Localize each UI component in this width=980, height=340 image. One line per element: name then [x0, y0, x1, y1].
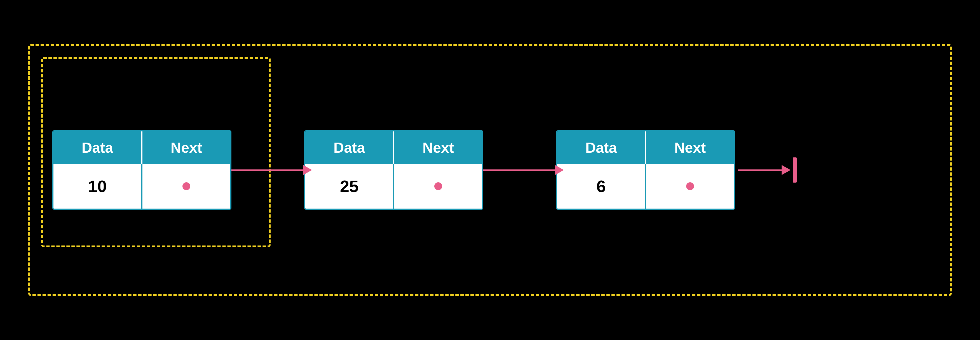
null-line	[738, 170, 783, 171]
arrow-head-1	[303, 165, 312, 175]
node-2-header: Data Next	[305, 132, 482, 164]
node-1-body: 10	[53, 164, 230, 208]
node-2-body: 25	[305, 164, 482, 208]
null-bar	[793, 157, 797, 183]
node-3-header: Data Next	[557, 132, 734, 164]
null-arrow	[781, 165, 791, 175]
arrow-line-2	[483, 170, 556, 171]
node-1-data-label: Data	[53, 132, 142, 164]
node-3-dot	[686, 182, 694, 190]
node-3-data-label: Data	[557, 132, 646, 164]
node-2-next-label: Next	[394, 132, 482, 164]
node-1: Data Next 10	[52, 130, 231, 210]
outer-container: Data Next 10 Data Next 25	[28, 44, 952, 296]
node-1-header: Data Next	[53, 132, 230, 164]
arrow-head-2	[555, 165, 564, 175]
node-3-next-label: Next	[646, 132, 734, 164]
arrow-line-1	[231, 170, 304, 171]
node-2: Data Next 25	[304, 130, 483, 210]
node-1-data-value: 10	[53, 164, 142, 208]
arrow-2-to-3	[483, 170, 556, 171]
node-2-dot	[434, 182, 442, 190]
linked-list-diagram: Data Next 10 Data Next 25	[52, 130, 928, 210]
node-2-data-value: 25	[305, 164, 394, 208]
null-terminator	[738, 157, 797, 183]
node-3-next-pointer	[646, 164, 734, 208]
node-3-body: 6	[557, 164, 734, 208]
node-1-dot	[183, 182, 190, 190]
node-3-data-value: 6	[557, 164, 646, 208]
node-2-next-pointer	[394, 164, 482, 208]
node-1-next-pointer	[142, 164, 230, 208]
node-3: Data Next 6	[556, 130, 735, 210]
node-1-next-label: Next	[142, 132, 230, 164]
node-2-data-label: Data	[305, 132, 394, 164]
arrow-1-to-2	[231, 170, 304, 171]
